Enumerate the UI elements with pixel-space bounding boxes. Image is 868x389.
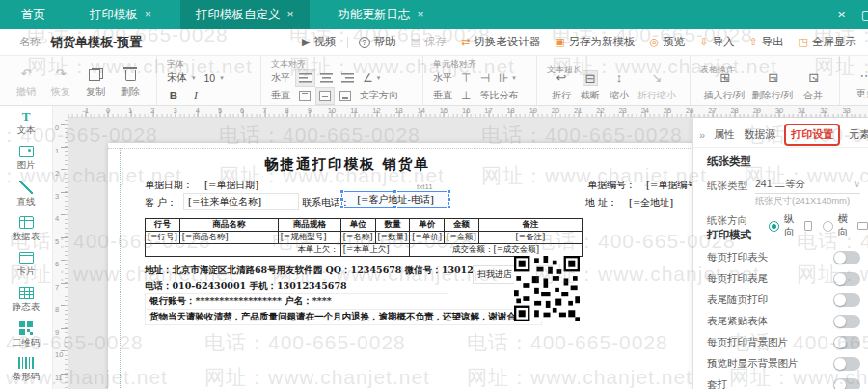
cell-align-v1-icon[interactable]: ⊥ bbox=[461, 90, 471, 101]
align-center-icon[interactable] bbox=[320, 73, 333, 83]
design-canvas[interactable]: 畅捷通打印模板 销货单 单据日期： [=单据日期] 单据编号： [=单据编号] … bbox=[68, 118, 692, 389]
bold-button[interactable]: B bbox=[167, 90, 180, 101]
tab-changelog[interactable]: 功能更新日志 × bbox=[323, 0, 440, 29]
name-label: 名称 bbox=[19, 35, 41, 49]
address-label[interactable]: 地 址： bbox=[585, 196, 617, 209]
selection-handle[interactable] bbox=[339, 197, 344, 202]
toggle-switch[interactable] bbox=[833, 251, 860, 264]
font-family-select[interactable]: 宋体 ▾ bbox=[167, 71, 196, 85]
selection-handle[interactable] bbox=[393, 205, 397, 209]
toggle-switch[interactable] bbox=[833, 378, 860, 389]
paper-type-select[interactable]: 241 二等分 ∨ bbox=[755, 178, 860, 194]
valign-bottom-icon[interactable] bbox=[339, 91, 351, 101]
video-button[interactable]: ▶ 视频 bbox=[302, 35, 336, 49]
merge-cells-button[interactable]: ⊡▾ 合并 bbox=[797, 59, 829, 103]
address-field[interactable]: [=全地址] bbox=[629, 196, 673, 209]
sidebar-item-qr-code[interactable]: 二维码 bbox=[0, 318, 52, 353]
help-button[interactable]: ? 帮助 bbox=[359, 35, 396, 49]
date-label[interactable]: 单据日期： bbox=[145, 179, 193, 192]
group-label: 字体 bbox=[167, 59, 251, 69]
footer-address-line[interactable]: 地址：北京市海淀区北清路68号用友软件园 QQ：12345678 微信号：130… bbox=[145, 264, 511, 277]
wrap-shrink-button[interactable]: ↘ 折行缩小 bbox=[634, 59, 680, 103]
sidebar-item-image[interactable]: 图片 bbox=[0, 142, 52, 178]
delete-row-col-button[interactable]: ⊟▾ 删除行/列 bbox=[748, 59, 797, 103]
cell-align-h2-icon[interactable]: ⊣ bbox=[479, 72, 489, 84]
selection-handle[interactable] bbox=[339, 205, 344, 209]
footer-notice-line[interactable]: 货物当天请验收清楚，产品质量问题请在一个月内退换，逾期概不负责，还望谅解，谢谢合… bbox=[145, 309, 542, 325]
distribute-evenly-button[interactable]: 等比分布 bbox=[479, 89, 518, 102]
copy-button[interactable]: 复制 bbox=[79, 62, 112, 103]
valign-top-icon[interactable] bbox=[299, 91, 311, 101]
toggle-switch[interactable] bbox=[833, 315, 860, 328]
preview-button[interactable]: ◎ 预览 bbox=[650, 35, 686, 49]
save-as-new-template-button[interactable]: ▣ 另存为新模板 bbox=[555, 35, 635, 49]
text-direction-button[interactable]: 文字方向 bbox=[360, 89, 398, 102]
sidebar-item-data-table[interactable]: 数据表 bbox=[0, 212, 52, 248]
align-left-icon[interactable] bbox=[299, 73, 312, 83]
qr-caption[interactable]: 扫我进店 bbox=[473, 265, 517, 284]
selection-handle[interactable] bbox=[447, 197, 451, 202]
tab-print-template[interactable]: 打印模板 × bbox=[74, 0, 167, 29]
contact-phone-field-selected[interactable]: [=客户地址-电话] bbox=[341, 191, 449, 208]
footer-bank-line[interactable]: 银行账号：****************** 户名：**** bbox=[145, 293, 448, 310]
close-tab-icon[interactable]: × bbox=[145, 9, 151, 20]
customer-field[interactable]: [=往来单位名称] bbox=[183, 193, 299, 210]
ruler-number: 17 bbox=[484, 106, 492, 115]
undo-button[interactable]: ↶ 撤销 bbox=[10, 62, 42, 103]
selection-handle[interactable] bbox=[339, 189, 344, 194]
toggle-switch[interactable] bbox=[833, 357, 860, 371]
selection-handle[interactable] bbox=[447, 189, 451, 194]
tab-properties[interactable]: 属性 bbox=[714, 127, 735, 142]
tab-print-settings[interactable]: 打印设置 bbox=[784, 124, 840, 146]
italic-button[interactable]: I bbox=[189, 90, 203, 101]
landscape-radio[interactable] bbox=[823, 221, 833, 232]
cell-distribute-icon[interactable]: ⊪ bbox=[499, 72, 508, 84]
close-tab-icon[interactable]: × bbox=[287, 9, 294, 20]
portrait-radio[interactable] bbox=[769, 221, 779, 232]
font-size-select[interactable]: 10 ▾ bbox=[204, 72, 224, 84]
import-button[interactable]: ⇩ 导入 bbox=[699, 35, 734, 49]
delete-button[interactable]: 删除 bbox=[114, 62, 147, 103]
footer-phone-line[interactable]: 电话：010-62430001 手机：13012345678 bbox=[145, 280, 347, 292]
more-button[interactable]: ⋯ 更多 bbox=[850, 59, 868, 100]
toggle-switch[interactable] bbox=[833, 272, 860, 286]
date-field[interactable]: [=单据日期] bbox=[204, 179, 258, 192]
panel-toggle-icon[interactable]: ▢ bbox=[861, 7, 868, 22]
tab-home[interactable]: 首页 bbox=[6, 0, 61, 29]
barcode-icon bbox=[18, 357, 34, 369]
doc-no-label[interactable]: 单据编号： bbox=[587, 179, 636, 192]
close-window-icon[interactable]: × bbox=[838, 7, 846, 22]
align-right-icon[interactable] bbox=[341, 73, 354, 83]
document-title[interactable]: 畅捷通打印模板 销货单 bbox=[108, 155, 586, 174]
valign-middle-icon[interactable] bbox=[319, 91, 331, 101]
sidebar-item-text[interactable]: T 文本 bbox=[0, 106, 52, 142]
tab-element-layout[interactable]: 元素布局 bbox=[849, 127, 868, 142]
shrink-button[interactable]: ↕ 缩小 bbox=[605, 59, 634, 103]
tab-data-source[interactable]: 数据源 bbox=[744, 127, 775, 142]
doc-no-field[interactable]: [=单据编号] bbox=[646, 179, 692, 192]
export-button[interactable]: ⇧ 导出 bbox=[748, 35, 783, 49]
toggle-switch[interactable] bbox=[833, 336, 860, 349]
selection-handle[interactable] bbox=[393, 189, 397, 194]
selection-handle[interactable] bbox=[447, 205, 451, 209]
redo-button[interactable]: ↷ 恢复 bbox=[44, 62, 77, 103]
margin-guide bbox=[120, 148, 121, 389]
qr-code-image[interactable] bbox=[514, 256, 580, 321]
tab-print-template-custom[interactable]: 打印模板自定义 × bbox=[180, 0, 310, 29]
fullscreen-button[interactable]: ◳ 全屏显示 bbox=[799, 35, 856, 49]
cell-align-h1-icon[interactable]: ⊤ bbox=[461, 72, 471, 84]
switch-old-designer-button[interactable]: ⇄ 切换老设计器 bbox=[461, 35, 540, 49]
goods-table[interactable]: 行号商品名称 商品规格单位 数量单价 金额备注 [=行号][=商品名称] [=规… bbox=[145, 218, 583, 257]
customer-label[interactable]: 客 户： bbox=[145, 196, 176, 209]
collapse-panel-icon[interactable]: » bbox=[699, 129, 705, 141]
sidebar-item-barcode[interactable]: 条形码 bbox=[0, 353, 52, 389]
rotate-text-icon[interactable]: ∠ bbox=[363, 72, 373, 84]
v-ruler-numbers: 01234567891011 bbox=[53, 118, 68, 389]
sidebar-item-static-table[interactable]: 静态表 bbox=[0, 283, 52, 319]
template-page[interactable]: 畅捷通打印模板 销货单 单据日期： [=单据日期] 单据编号： [=单据编号] … bbox=[108, 143, 692, 389]
close-tab-icon[interactable]: × bbox=[418, 9, 424, 20]
sidebar-item-card[interactable]: 卡片 bbox=[0, 247, 52, 283]
toggle-switch[interactable] bbox=[833, 293, 860, 307]
save-button[interactable]: ▤ 保存 bbox=[411, 35, 447, 49]
sidebar-item-line[interactable]: 直线 bbox=[0, 177, 52, 212]
